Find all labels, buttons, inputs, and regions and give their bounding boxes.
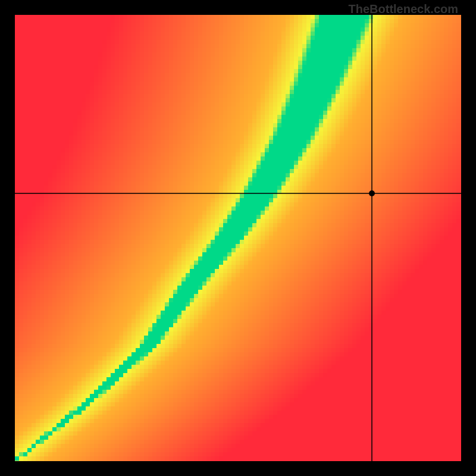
heatmap-plot — [15, 15, 461, 461]
watermark-text: TheBottleneck.com — [349, 2, 458, 16]
heatmap-canvas — [15, 15, 461, 461]
